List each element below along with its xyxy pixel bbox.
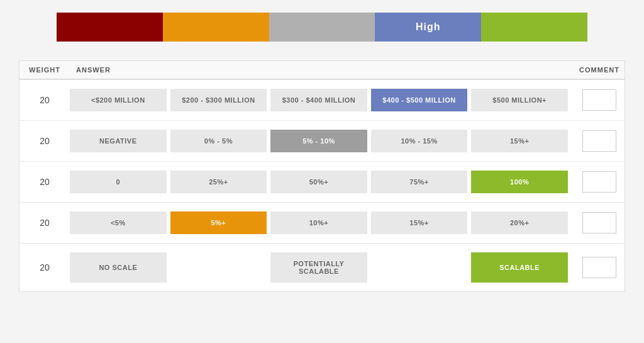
row-1-answer-3[interactable]: 10% - 15% — [371, 130, 468, 152]
row-0-comment-input[interactable] — [582, 89, 616, 111]
row-0-answer-3[interactable]: $400 - $500 MILLION — [371, 89, 468, 111]
row-1-comment — [574, 130, 625, 152]
row-4-comment-input[interactable] — [582, 257, 616, 278]
progress-segment-red — [57, 13, 163, 42]
row-4-answer-2[interactable]: POTENTIALLYSCALABLE — [270, 252, 367, 283]
table-header: WEIGHT ANSWER COMMENT — [19, 61, 625, 80]
table-row: 20NEGATIVE0% - 5%5% - 10%10% - 15%15%+ — [19, 121, 625, 162]
row-2-answers: 025%+50%+75%+100% — [70, 171, 574, 193]
row-1-comment-input[interactable] — [582, 130, 616, 152]
row-2-answer-0[interactable]: 0 — [70, 171, 167, 193]
progress-segment-blue: High — [375, 13, 481, 42]
row-1-answer-0[interactable]: NEGATIVE — [70, 130, 167, 152]
progress-bar: High — [19, 13, 625, 42]
row-4-answer-4[interactable]: SCALABLE — [471, 252, 568, 283]
row-3-answer-2[interactable]: 10%+ — [270, 211, 367, 234]
row-0-weight: 20 — [19, 95, 70, 105]
row-4-answer-0[interactable]: NO SCALE — [70, 252, 167, 283]
row-1-answer-2[interactable]: 5% - 10% — [270, 130, 367, 152]
row-3-answers: <5%5%+10%+15%+20%+ — [70, 211, 574, 234]
row-0-answer-1[interactable]: $200 - $300 MILLION — [170, 89, 267, 111]
page-wrapper: High WEIGHT ANSWER COMMENT 20<$200 MILLI… — [0, 0, 644, 343]
row-1-answer-4[interactable]: 15%+ — [471, 130, 568, 152]
row-4-weight: 20 — [19, 262, 70, 273]
row-3-answer-4[interactable]: 20%+ — [471, 211, 568, 234]
row-2-comment — [574, 171, 625, 193]
row-2-comment-input[interactable] — [582, 171, 616, 193]
row-3-comment — [574, 212, 625, 233]
rows-container: 20<$200 MILLION$200 - $300 MILLION$300 -… — [19, 80, 625, 291]
header-answer: ANSWER — [70, 66, 574, 74]
row-2-weight: 20 — [19, 177, 70, 187]
row-1-weight: 20 — [19, 136, 70, 146]
row-2-answer-4[interactable]: 100% — [471, 171, 568, 193]
table-row: 20<5%5%+10%+15%+20%+ — [19, 203, 625, 244]
row-3-weight: 20 — [19, 218, 70, 228]
row-0-answer-4[interactable]: $500 MILLION+ — [471, 89, 568, 111]
progress-segment-orange — [163, 13, 269, 42]
header-comment: COMMENT — [574, 66, 625, 74]
row-0-answer-0[interactable]: <$200 MILLION — [70, 89, 167, 111]
table-row: 20NO SCALEPOTENTIALLYSCALABLESCALABLE — [19, 244, 625, 291]
row-4-answer-1 — [170, 252, 267, 283]
table-row: 20<$200 MILLION$200 - $300 MILLION$300 -… — [19, 80, 625, 121]
row-1-answers: NEGATIVE0% - 5%5% - 10%10% - 15%15%+ — [70, 130, 574, 152]
row-1-answer-1[interactable]: 0% - 5% — [170, 130, 267, 152]
row-4-comment — [574, 257, 625, 278]
table-row: 20025%+50%+75%+100% — [19, 162, 625, 203]
progress-segment-gray — [269, 13, 375, 42]
row-2-answer-2[interactable]: 50%+ — [270, 171, 367, 193]
row-2-answer-3[interactable]: 75%+ — [371, 171, 468, 193]
row-3-comment-input[interactable] — [582, 212, 616, 233]
row-0-comment — [574, 89, 625, 111]
row-4-answer-3 — [371, 252, 468, 283]
row-3-answer-1[interactable]: 5%+ — [170, 211, 267, 234]
row-0-answer-2[interactable]: $300 - $400 MILLION — [270, 89, 367, 111]
row-3-answer-3[interactable]: 15%+ — [371, 211, 468, 234]
scoring-table: WEIGHT ANSWER COMMENT 20<$200 MILLION$20… — [19, 60, 625, 292]
progress-segment-green — [481, 13, 587, 42]
row-4-answers: NO SCALEPOTENTIALLYSCALABLESCALABLE — [70, 252, 574, 283]
header-weight: WEIGHT — [19, 66, 70, 74]
row-3-answer-0[interactable]: <5% — [70, 211, 167, 234]
row-0-answers: <$200 MILLION$200 - $300 MILLION$300 - $… — [70, 89, 574, 111]
row-2-answer-1[interactable]: 25%+ — [170, 171, 267, 193]
